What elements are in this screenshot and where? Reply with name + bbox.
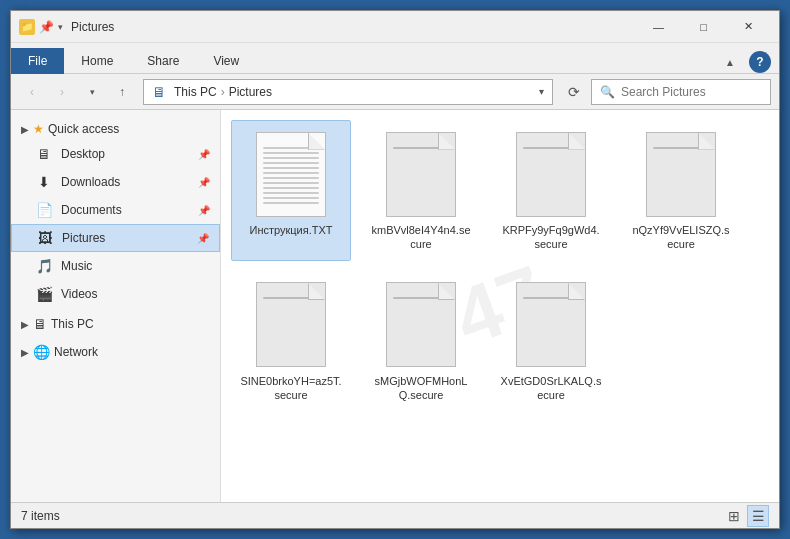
sidebar-item-music[interactable]: 🎵 Music [11,252,220,280]
file-name-7: XvEtGD0SrLKALQ.secure [500,374,602,403]
network-icon: 🌐 [33,344,50,360]
thispc-icon: 🖥 [33,316,47,332]
file-icon-5 [251,280,331,370]
close-button[interactable]: ✕ [726,11,771,43]
doc-icon-6 [386,282,456,367]
star-icon: ★ [33,122,44,136]
ribbon-tabs: File Home Share View ▲ ? [11,43,779,73]
window-controls: — □ ✕ [636,11,771,43]
downloads-icon: ⬇ [35,173,53,191]
videos-icon: 🎬 [35,285,53,303]
file-item-5[interactable]: SINE0brkoYH=az5T.secure [231,271,351,412]
file-area: 47 [221,110,779,502]
title-text: Pictures [71,20,636,34]
sidebar-item-downloads[interactable]: ⬇ Downloads 📌 [11,168,220,196]
sidebar-section-network[interactable]: ▶ 🌐 Network [11,340,220,364]
tab-file[interactable]: File [11,48,64,74]
window-title: Pictures [71,20,114,34]
file-item-4[interactable]: nQzYf9VvELISZQ.secure [621,120,741,261]
quick-access-label: Quick access [48,122,119,136]
doc-icon-3 [516,132,586,217]
file-name-3: KRPFy9yFq9gWd4.secure [500,223,602,252]
doc-icon-4 [646,132,716,217]
title-bar-icons: 📁 📌 ▾ [19,19,63,35]
network-label: Network [54,345,98,359]
pictures-icon: 🖼 [36,229,54,247]
tab-view[interactable]: View [196,48,256,74]
dropdown-icon: ▾ [58,22,63,32]
sidebar-item-documents[interactable]: 📄 Documents 📌 [11,196,220,224]
sidebar-item-desktop[interactable]: 🖥 Desktop 📌 [11,140,220,168]
back-button[interactable]: ‹ [19,79,45,105]
file-icon-3 [511,129,591,219]
sidebar-music-label: Music [61,259,92,273]
tab-home[interactable]: Home [64,48,130,74]
file-name-2: kmBVvl8eI4Y4n4.secure [370,223,472,252]
main-content: ▶ ★ Quick access 🖥 Desktop 📌 ⬇ Downloads… [11,110,779,502]
address-icon: 🖥 [152,84,166,100]
minimize-button[interactable]: — [636,11,681,43]
doc-icon-2 [386,132,456,217]
file-item-txt[interactable]: Инструкция.TXT [231,120,351,261]
sidebar-desktop-label: Desktop [61,147,105,161]
file-icon-4 [641,129,721,219]
address-path: 🖥 This PC › Pictures [152,84,272,100]
view-buttons: ⊞ ☰ [723,505,769,527]
thispc-label: This PC [51,317,94,331]
up-button[interactable]: ↑ [109,79,135,105]
file-name-5: SINE0brkoYH=az5T.secure [240,374,342,403]
doc-icon-txt [256,132,326,217]
address-separator-1: › [221,85,225,99]
pin-icon-documents: 📌 [198,205,210,216]
search-icon: 🔍 [600,85,615,99]
file-item-2[interactable]: kmBVvl8eI4Y4n4.secure [361,120,481,261]
file-name-6: sMGjbWOFMHonLQ.secure [370,374,472,403]
file-icon-2 [381,129,461,219]
file-icon-txt [251,129,331,219]
list-view-button[interactable]: ☰ [747,505,769,527]
refresh-button[interactable]: ⟳ [561,79,587,105]
sidebar-pictures-label: Pictures [62,231,105,245]
help-button[interactable]: ? [749,51,771,73]
maximize-button[interactable]: □ [681,11,726,43]
file-item-3[interactable]: KRPFy9yFq9gWd4.secure [491,120,611,261]
sidebar-item-videos[interactable]: 🎬 Videos [11,280,220,308]
folder-icon: 📁 [19,19,35,35]
search-box[interactable]: 🔍 [591,79,771,105]
search-input[interactable] [621,85,762,99]
pin-icon-downloads: 📌 [198,177,210,188]
ribbon-help: ▲ ? [719,51,779,73]
file-name-4: nQzYf9VvELISZQ.secure [630,223,732,252]
status-bar: 7 items ⊞ ☰ [11,502,779,528]
sidebar-documents-label: Documents [61,203,122,217]
recent-button[interactable]: ▾ [79,79,105,105]
grid-view-button[interactable]: ⊞ [723,505,745,527]
file-grid: Инструкция.TXT kmBVvl8eI4Y4n4.secure [231,120,769,411]
documents-icon: 📄 [35,201,53,219]
file-icon-6 [381,280,461,370]
tab-share[interactable]: Share [130,48,196,74]
sidebar-item-pictures[interactable]: 🖼 Pictures 📌 [11,224,220,252]
quick-access-icon: 📌 [39,20,54,34]
pin-icon-desktop: 📌 [198,149,210,160]
file-item-7[interactable]: XvEtGD0SrLKALQ.secure [491,271,611,412]
address-bar: ‹ › ▾ ↑ 🖥 This PC › Pictures ▾ ⟳ 🔍 [11,74,779,110]
file-item-6[interactable]: sMGjbWOFMHonLQ.secure [361,271,481,412]
doc-icon-5 [256,282,326,367]
file-name-txt: Инструкция.TXT [249,223,332,237]
music-icon: 🎵 [35,257,53,275]
sidebar-downloads-label: Downloads [61,175,120,189]
address-dropdown-button[interactable]: ▾ [539,86,544,97]
sidebar-section-quick-access[interactable]: ▶ ★ Quick access [11,118,220,140]
address-box[interactable]: 🖥 This PC › Pictures ▾ [143,79,553,105]
pin-icon-pictures: 📌 [197,233,209,244]
expand-icon: ▶ [21,124,29,135]
thispc-expand-icon: ▶ [21,319,29,330]
forward-button[interactable]: › [49,79,75,105]
address-crumb-pictures[interactable]: Pictures [229,85,272,99]
title-bar: 📁 📌 ▾ Pictures — □ ✕ [11,11,779,43]
sidebar-section-thispc[interactable]: ▶ 🖥 This PC [11,312,220,336]
ribbon-collapse-button[interactable]: ▲ [719,53,741,72]
address-crumb-thispc[interactable]: This PC [174,85,217,99]
status-items-count: 7 items [21,509,723,523]
